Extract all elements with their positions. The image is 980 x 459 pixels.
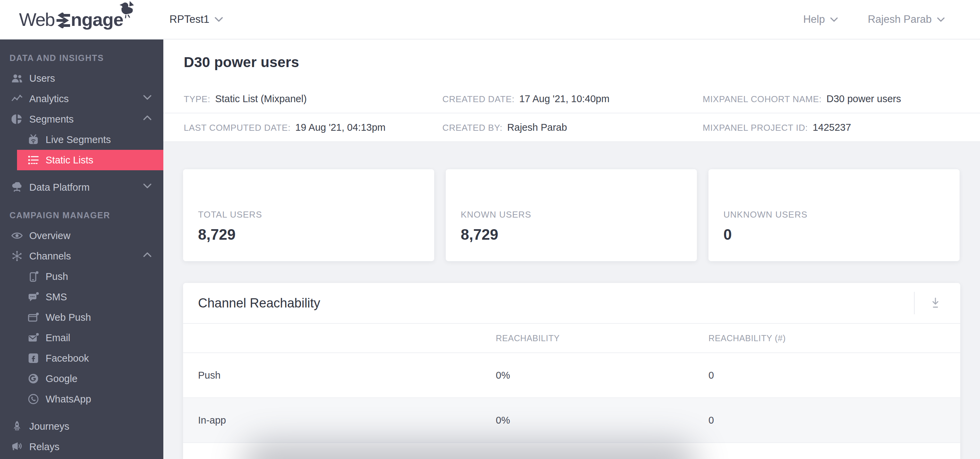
cell-channel: Push	[198, 370, 496, 381]
meta-value: 19 Aug '21, 04:13pm	[295, 122, 385, 133]
chevron-down-icon	[215, 17, 223, 22]
stat-cards: TOTAL USERS 8,729 KNOWN USERS 8,729 UNKN…	[183, 169, 960, 261]
meta-mixpanel-cohort-name: MIXPANEL COHORT NAME: D30 power users	[703, 93, 959, 105]
sidebar-item-static-lists[interactable]: Static Lists	[17, 150, 163, 170]
sidebar-item-relays[interactable]: Relays	[0, 437, 163, 457]
sidebar-item-label: Email	[46, 332, 70, 344]
sidebar-item-users[interactable]: Users	[0, 68, 163, 89]
sidebar-item-channels[interactable]: Channels	[0, 246, 163, 266]
static-lists-icon	[27, 155, 40, 165]
sidebar-item-label: Segments	[29, 114, 74, 125]
sidebar-item-label: Relays	[29, 441, 60, 453]
chevron-down-icon	[830, 17, 838, 22]
cell-reachability: 0%	[496, 415, 708, 426]
page-title: D30 power users	[163, 40, 980, 85]
eye-icon	[10, 231, 24, 240]
sidebar-item-label: Google	[46, 373, 78, 384]
meta-row-1: TYPE: Static List (Mixpanel) CREATED DAT…	[163, 85, 980, 113]
sidebar-item-label: Facebook	[46, 353, 89, 364]
segments-submenu: Live Segments Static Lists	[0, 129, 163, 170]
logo-arrows-e-icon	[56, 13, 70, 28]
users-icon	[10, 73, 24, 83]
sidebar-item-label: WhatsApp	[46, 394, 91, 405]
logo-text-ngage: ngage	[71, 9, 123, 30]
channels-hub-icon	[10, 250, 24, 261]
cell-reachability: 0%	[496, 370, 708, 381]
channel-reachability-header: Channel Reachability	[183, 283, 960, 324]
table-row-partial	[183, 443, 960, 459]
meta-label: CREATED DATE:	[442, 94, 514, 105]
chevron-down-icon	[143, 95, 152, 100]
download-button[interactable]	[914, 292, 960, 314]
meta-row-2: LAST COMPUTED DATE: 19 Aug '21, 04:13pm …	[163, 113, 980, 142]
topbar: Web ngage RPTest1	[0, 0, 980, 40]
sidebar-item-overview[interactable]: Overview	[0, 225, 163, 246]
meta-mixpanel-project-id: MIXPANEL PROJECT ID: 1425237	[703, 122, 959, 133]
sidebar-item-push[interactable]: Push	[0, 266, 163, 287]
column-reachability-count: REACHABILITY (#)	[708, 333, 960, 343]
meta-created-by: CREATED BY: Rajesh Parab	[442, 122, 703, 133]
sidebar-item-analytics[interactable]: Analytics	[0, 89, 163, 109]
segments-icon	[10, 114, 24, 124]
meta-label: LAST COMPUTED DATE:	[184, 123, 291, 133]
sidebar-item-journeys[interactable]: Journeys	[0, 416, 163, 437]
sidebar-item-label: Live Segments	[46, 134, 111, 145]
megaphone-icon	[10, 441, 24, 452]
meta-value: D30 power users	[827, 93, 901, 105]
sidebar-item-whatsapp[interactable]: WhatsApp	[0, 389, 163, 409]
reachability-table-header: REACHABILITY REACHABILITY (#)	[183, 324, 960, 353]
user-menu[interactable]: Rajesh Parab	[868, 13, 945, 26]
sidebar-item-label: Data Platform	[29, 182, 89, 193]
stat-label: TOTAL USERS	[198, 209, 434, 220]
logo-text-web: Web	[19, 9, 54, 30]
webengage-logo[interactable]: Web ngage	[19, 6, 123, 33]
push-channel-icon	[27, 271, 40, 282]
download-icon	[930, 297, 941, 309]
sidebar-item-live-segments[interactable]: Live Segments	[0, 129, 163, 150]
sidebar: DATA AND INSIGHTS Users Analytics	[0, 40, 163, 459]
section-data-and-insights: DATA AND INSIGHTS	[0, 48, 163, 68]
channel-reachability-card: Channel Reachability REACHABILITY REACHA…	[183, 283, 960, 459]
rocket-icon	[10, 421, 24, 432]
google-icon	[27, 373, 40, 384]
stat-label: KNOWN USERS	[461, 209, 697, 220]
sidebar-item-segments[interactable]: Segments	[0, 109, 163, 129]
table-row-push: Push 0% 0	[183, 353, 960, 398]
sidebar-item-label: Journeys	[29, 421, 69, 432]
section-campaign-manager: CAMPAIGN MANAGER	[0, 205, 163, 225]
sidebar-item-label: Push	[46, 271, 68, 282]
chevron-down-icon	[143, 183, 152, 189]
page-header: D30 power users TYPE: Static List (Mixpa…	[163, 40, 980, 142]
sidebar-item-label: SMS	[46, 292, 67, 303]
logo-bird-icon	[117, 0, 138, 21]
sidebar-item-data-platform[interactable]: Data Platform	[0, 177, 163, 198]
chevron-down-icon	[937, 17, 945, 22]
meta-label: MIXPANEL PROJECT ID:	[703, 123, 808, 133]
sidebar-item-email[interactable]: Email	[0, 328, 163, 348]
analytics-icon	[10, 94, 24, 103]
web-push-channel-icon	[27, 312, 40, 323]
help-menu[interactable]: Help	[803, 13, 838, 26]
data-platform-icon	[10, 182, 24, 192]
stat-value: 8,729	[461, 226, 697, 243]
stat-label: UNKNOWN USERS	[724, 209, 959, 220]
main-content: D30 power users TYPE: Static List (Mixpa…	[163, 40, 980, 459]
sidebar-item-sms[interactable]: SMS	[0, 287, 163, 307]
sidebar-item-label: Channels	[29, 250, 71, 262]
project-selector[interactable]: RPTest1	[169, 13, 223, 26]
table-row-in-app: In-app 0% 0	[183, 398, 960, 443]
help-label: Help	[803, 13, 825, 26]
meta-value: Rajesh Parab	[508, 122, 567, 133]
stat-value: 8,729	[198, 226, 434, 243]
sidebar-item-google[interactable]: Google	[0, 368, 163, 389]
sidebar-item-label: Web Push	[46, 312, 91, 323]
live-segments-icon	[27, 134, 40, 145]
sidebar-item-facebook[interactable]: Facebook	[0, 348, 163, 368]
meta-value: Static List (Mixpanel)	[215, 93, 307, 105]
sidebar-item-web-push[interactable]: Web Push	[0, 307, 163, 328]
chevron-up-icon	[143, 252, 152, 257]
project-name: RPTest1	[169, 13, 209, 26]
meta-value: 17 Aug '21, 10:40pm	[519, 93, 609, 105]
whatsapp-icon	[27, 394, 40, 405]
channels-submenu: Push SMS	[0, 266, 163, 409]
